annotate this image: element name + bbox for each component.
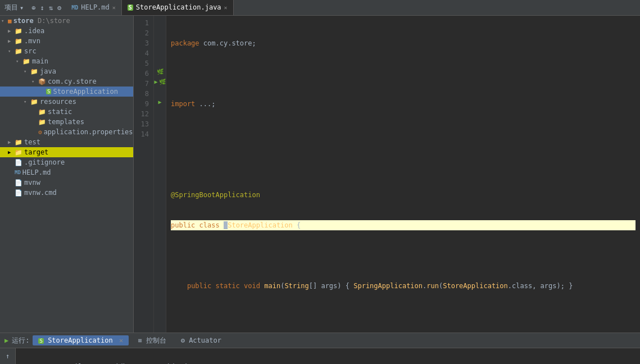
tree-label-store: store D:\store: [13, 17, 70, 25]
ln-1: 1: [134, 18, 151, 28]
code-line-10: [171, 311, 636, 321]
tree-label-test: test: [24, 138, 40, 146]
actuator-tab-label: Actuator: [189, 336, 221, 344]
tree-item-mvn[interactable]: ▶ 📁 .mvn: [0, 36, 133, 46]
tree-item-main[interactable]: ▾ 📁 main: [0, 56, 133, 66]
code-line-6: @SpringBootApplication: [171, 190, 636, 200]
tree-item-store-root[interactable]: ▾ ■ store D:\store: [0, 16, 133, 26]
store-module-icon: ■: [8, 17, 12, 25]
tree-label-main: main: [32, 57, 48, 65]
sidebar: ▾ ■ store D:\store ▶ 📁 .idea ▶ 📁 .mvn ▾ …: [0, 16, 134, 333]
code-line-2: [171, 69, 636, 79]
tree-arrow-store: ▾: [1, 18, 8, 24]
static-icon: 📁: [38, 108, 46, 116]
gutter-8: [154, 87, 166, 97]
gutter-run-icon[interactable]: ▶: [154, 79, 157, 85]
toolbar-icon-4[interactable]: ⚙: [57, 4, 61, 12]
tree-item-helpmd[interactable]: MD HELP.md: [0, 167, 133, 178]
tree-item-mvnwcmd[interactable]: 📄 mvnw.cmd: [0, 188, 133, 198]
tree-label-appprops: application.properties: [44, 128, 133, 136]
ln-13: 13: [134, 119, 151, 129]
tree-item-target[interactable]: ▶ 📁 target: [0, 147, 133, 157]
top-toolbar: 项目 ▾ ⊕ ↕ ⇅ ⚙ MD HELP.md ✕ S StoreApplica…: [0, 0, 640, 16]
mvnw-icon: 📄: [15, 179, 22, 186]
tree-label-mvn: .mvn: [24, 37, 40, 45]
toolbar-icon-3[interactable]: ⇅: [49, 4, 53, 12]
tab-help-close[interactable]: ✕: [112, 4, 116, 11]
kw-import: import: [171, 99, 195, 109]
run-tab-actuator[interactable]: ⚙ Actuator: [175, 335, 227, 345]
gutter-spring-icon-2: 🌿: [159, 79, 166, 85]
console-tab-icon: ≡: [138, 336, 142, 344]
run-app-close[interactable]: ✕: [119, 336, 123, 344]
run-bar: ▶ 运行: S StoreApplication ✕ ≡ 控制台 ⚙ Actua…: [0, 333, 640, 348]
src-icon: 📁: [15, 48, 22, 55]
tree-item-resources[interactable]: ▾ 📁 resources: [0, 97, 133, 107]
tab-help-icon: MD: [71, 4, 78, 11]
tab-help-label: HELP.md: [81, 3, 110, 11]
tab-storeapp-close[interactable]: ✕: [224, 4, 228, 11]
tree-item-src[interactable]: ▾ 📁 src: [0, 46, 133, 56]
gutter-2: [154, 26, 166, 36]
code-line-5: [171, 160, 636, 170]
idea-icon: 📁: [15, 28, 22, 35]
tree-label-helpmd: HELP.md: [22, 169, 51, 176]
console-area: ↑ ↓ ⤶ ⊘ ⊡ ⏸ ■ "C:\Program Files\Java\jdk…: [0, 348, 640, 364]
gitignore-icon: 📄: [15, 159, 22, 166]
tree-arrow-test: ▶: [8, 139, 15, 145]
run-tab-app[interactable]: S StoreApplication ✕: [33, 335, 129, 345]
line-numbers: 1 2 3 4 5 6 7 8 9 12 13 14: [134, 16, 154, 333]
code-line-4: [171, 129, 636, 139]
code-line-9: public static void main ( String [] args…: [171, 281, 636, 291]
ln-7: 7: [134, 79, 151, 89]
annotation-springboot: @SpringBootApplication: [171, 190, 260, 200]
code-area[interactable]: package com.cy.store; import ...; @Sprin…: [166, 16, 640, 333]
tree-item-mvnw[interactable]: 📄 mvnw: [0, 178, 133, 188]
console-up-btn[interactable]: ↑: [2, 351, 13, 361]
tree-item-package[interactable]: ▾ 📦 com.cy.store: [0, 76, 133, 87]
tree-label-src: src: [24, 47, 37, 55]
ln-12: 12: [134, 109, 151, 119]
tree-arrow-main: ▾: [16, 58, 22, 64]
ln-9: 9: [134, 99, 151, 109]
ln-5: 5: [134, 58, 151, 69]
tree-arrow-java: ▾: [24, 69, 30, 74]
tab-help[interactable]: MD HELP.md ✕: [66, 0, 122, 15]
run-app-label: StoreApplication: [48, 336, 113, 344]
tree-label-java: java: [40, 67, 56, 75]
ln-3: 3: [134, 38, 151, 48]
toolbar-icon-2[interactable]: ↕: [40, 4, 44, 12]
tree-item-appprops[interactable]: ⚙ application.properties: [0, 127, 133, 137]
tree-item-static[interactable]: 📁 static: [0, 107, 133, 117]
code-line-1: package com.cy.store;: [171, 38, 636, 48]
test-icon: 📁: [15, 139, 22, 146]
console-sidebar: ↑ ↓ ⤶ ⊘ ⊡ ⏸ ■: [0, 348, 16, 364]
tree-item-templates[interactable]: 📁 templates: [0, 117, 133, 127]
tree-item-idea[interactable]: ▶ 📁 .idea: [0, 26, 133, 36]
project-menu[interactable]: 项目 ▾: [4, 3, 24, 12]
tree-item-gitignore[interactable]: 📄 .gitignore: [0, 157, 133, 167]
editor-tab-bar: MD HELP.md ✕ S StoreApplication.java ✕: [66, 0, 636, 16]
ln-14: 14: [134, 129, 151, 139]
gutter-9[interactable]: ▶: [154, 97, 166, 107]
storeapp-file-icon: S: [46, 89, 51, 94]
gutter-7[interactable]: ▶ 🌿: [154, 76, 166, 87]
appprops-icon: ⚙: [38, 129, 42, 136]
tree-item-test[interactable]: ▶ 📁 test: [0, 137, 133, 147]
gutter-4: [154, 46, 166, 56]
gutter-3: [154, 36, 166, 46]
tree-item-java[interactable]: ▾ 📁 java: [0, 66, 133, 76]
tree-arrow-src: ▾: [8, 48, 15, 54]
toolbar-icon-1[interactable]: ⊕: [31, 4, 35, 12]
actuator-tab-icon: ⚙: [181, 336, 185, 344]
tree-item-storeapp[interactable]: S StoreApplication: [0, 87, 133, 97]
project-label: 项目: [4, 3, 18, 12]
tree-label-gitignore: .gitignore: [24, 158, 65, 166]
gutter-run-icon-2[interactable]: ▶: [158, 99, 161, 105]
console-output[interactable]: "C:\Program Files\Java\jdk1.8.0_131\bin\…: [16, 348, 640, 364]
ln-8: 8: [134, 89, 151, 99]
code-line-8: [171, 251, 636, 261]
run-bar-icon: ▶: [4, 336, 8, 344]
run-tab-console[interactable]: ≡ 控制台: [132, 335, 171, 347]
tab-storeapp[interactable]: S StoreApplication.java ✕: [122, 0, 234, 15]
